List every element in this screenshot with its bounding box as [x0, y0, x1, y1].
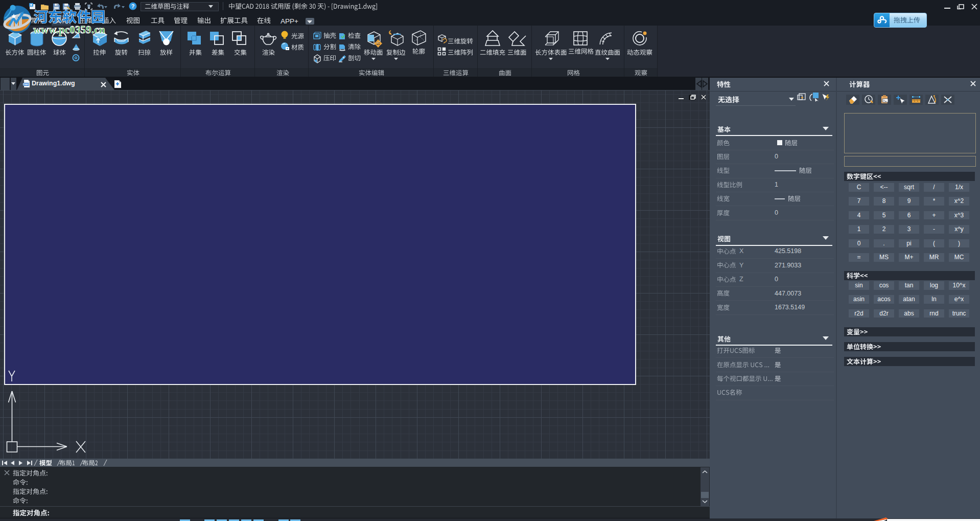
svg-text:DWG: DWG — [23, 83, 30, 86]
svg-text:?: ? — [131, 3, 135, 9]
